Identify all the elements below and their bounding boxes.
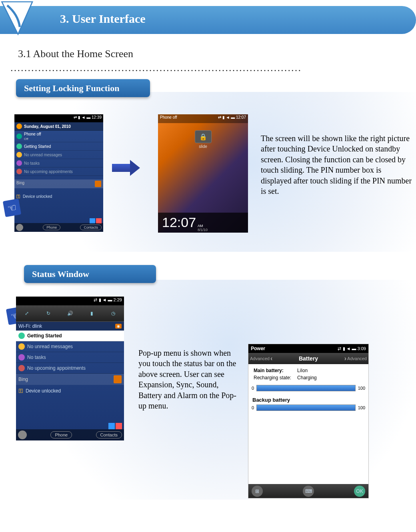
arrow-right-icon [112,160,140,176]
soft-button-bar: Phone Contacts [16,429,124,440]
description-status: Pop-up menu is shown when you touch the … [138,348,238,411]
list-item[interactable]: Getting Started [16,331,124,341]
row-label: No tasks [27,355,46,360]
list-item[interactable]: No unread messages [14,151,103,159]
power-tabs: Advanced ‹ Battery › Advanced [248,353,368,364]
phone-off-row[interactable]: Phone off Off [14,131,103,142]
start-icon[interactable] [18,430,27,439]
clock-ampm: AM8/1/10 [198,224,208,232]
device-unlocked-row[interactable]: ⚿ Device unlocked [14,192,103,201]
list-item[interactable]: No upcoming appointments [16,363,124,374]
status-bar[interactable]: ⇄ ▮ ◄ ▬ 2:29 [16,297,124,305]
bing-label: Bing [18,377,28,382]
description-locking: The screen will be shown like the right … [261,133,413,196]
off-sub: Off [24,137,28,141]
alarm-icon[interactable]: ◷ [108,308,119,319]
power-title-bar: Power ⇄ ▮ ◄ ▬ 3:09 [248,344,368,353]
section-title: 3.1 About the Home Screen [18,48,133,60]
clock-icon [16,124,22,129]
flag-icon [16,143,22,149]
mail-icon [18,343,25,350]
pointing-hand-icon: ☜ [3,199,21,217]
screenshot-lock-screen: Phone off ⇄ ▮ ◄ ▬ 12:07 🔒 slide 12:07 AM… [158,114,248,233]
row-label: No tasks [24,161,40,165]
tab-advanced-right[interactable]: › Advanced [344,355,367,362]
lock-icon: 🔒 [199,133,207,141]
cal-icon [16,169,22,174]
expansion-icon[interactable]: ⤢ [21,308,32,319]
phone-button[interactable]: Phone [43,225,60,230]
sound-icon[interactable]: 🔊 [64,308,76,319]
wifi-badge: ◉ [115,324,122,329]
sub-heading-status: Status Window [24,265,156,283]
screenshot-power-battery: Power ⇄ ▮ ◄ ▬ 3:09 Advanced ‹ Battery › … [248,344,369,498]
signal-icons: ⇄ ▮ ◄ ▬ [74,115,92,120]
power-title: Power [251,346,265,351]
start-icon[interactable] [16,224,23,231]
signal-icons: ⇄ ▮ ◄ ▬ [94,297,113,302]
status-time: 2:29 [114,297,122,302]
unlock-icon: ⚿ [18,388,23,394]
bar-max: 100 [358,386,365,391]
cal-icon [18,365,25,371]
bing-search[interactable]: Bing [16,374,124,385]
main-battery-bar: 0 100 [248,384,368,392]
main-battery-type: LiIon [292,367,317,374]
mail-icon [16,152,22,157]
list-item[interactable]: No tasks [16,352,124,363]
tab-battery[interactable]: Battery [299,355,318,362]
bar-min: 0 [252,386,254,391]
device-unlocked-row[interactable]: ⚿ Device unlocked [16,385,124,397]
recharge-value: Charging [292,375,317,381]
clock-time: 12:07 [162,215,196,230]
phone-off-label: Phone off [160,115,177,122]
sub-heading-locking: Setting Locking Function [16,79,150,97]
task-icon [18,354,25,361]
tab-advanced-left[interactable]: Advanced ‹ [250,355,272,362]
backup-bar-fill [257,405,355,410]
status-time: 12:39 [92,115,102,120]
battery-icon[interactable]: ▮ [86,308,97,319]
bing-label: Bing [16,181,24,185]
foot-icon[interactable] [108,423,115,429]
bing-search[interactable]: Bing [14,179,103,188]
recharge-label: Recharging state: [253,375,292,381]
slide-hint: slide [158,144,248,149]
list-item[interactable]: No unread messages [16,341,124,352]
list-item[interactable]: No tasks [14,159,103,167]
screenshot-home-screen: ⇄ ▮ ◄ ▬ 12:39 Sunday, August 01, 2010 Ph… [14,114,103,232]
search-icon[interactable] [95,181,101,187]
foot-icon[interactable] [116,423,122,429]
main-battery-label: Main battery: [254,368,284,373]
flag-icon [18,333,25,339]
logo-icon [0,0,36,36]
list-item[interactable]: No upcoming appointments [14,167,103,176]
ok-button[interactable]: OK [354,486,365,497]
screenshot-status-pulldown: ⇄ ▮ ◄ ▬ 2:29 ⤢ ↻ 🔊 ▮ ◷ Wi-Fi: dlink ◉ Ge… [16,297,124,440]
wifi-row[interactable]: Wi-Fi: dlink ◉ [16,322,124,331]
date-row[interactable]: Sunday, August 01, 2010 [14,122,103,131]
lock-status-bar: Phone off ⇄ ▮ ◄ ▬ 12:07 [158,114,248,123]
status-bar: ⇄ ▮ ◄ ▬ 12:39 [14,114,103,122]
unlocked-label: Device unlocked [23,194,52,199]
bar-min: 0 [252,405,254,410]
keyboard-icon[interactable]: ⌨ [303,486,314,497]
status-time: 3:09 [358,346,366,351]
lock-slider[interactable]: 🔒 [195,130,212,143]
signal-icons: ⇄ ▮ ◄ ▬ 12:07 [218,115,246,122]
contacts-button[interactable]: Contacts [96,431,122,438]
dotted-divider: ………………………………………………………………………… [10,62,386,74]
start-icon[interactable]: ⊞ [252,486,263,497]
phone-button[interactable]: Phone [50,431,72,438]
search-icon[interactable] [114,375,122,383]
phone-icon [16,133,22,139]
row-label: Getting Started [27,333,62,339]
clock-bar: 12:07 AM8/1/10 [158,213,248,233]
contacts-button[interactable]: Contacts [80,225,102,230]
sync-icon[interactable]: ↻ [43,308,54,319]
status-time: 12:07 [236,115,246,120]
list-item[interactable]: Getting Started [14,142,103,151]
backup-battery-label: Backup battery [248,392,368,404]
status-popup-menu: ⤢ ↻ 🔊 ▮ ◷ [16,305,124,322]
header-title: 3. User Interface [60,12,146,26]
